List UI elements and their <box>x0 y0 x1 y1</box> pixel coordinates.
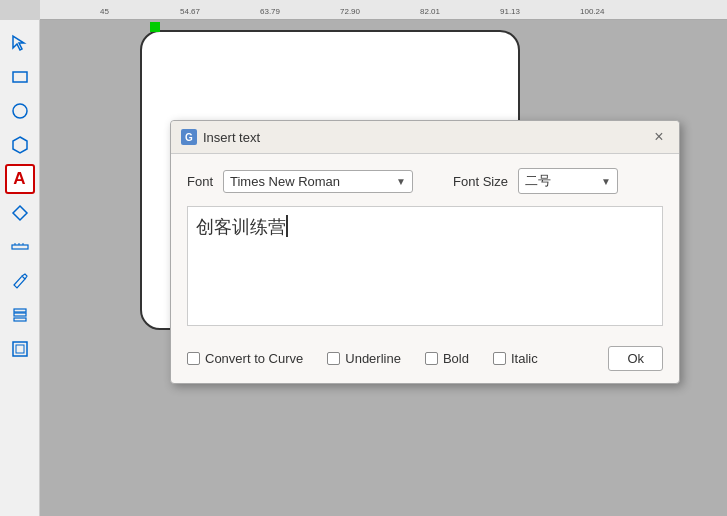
toolbar-left: A <box>0 20 40 516</box>
checkbox-convert-box[interactable] <box>187 352 200 365</box>
tool-rectangle[interactable] <box>5 62 35 92</box>
checkbox-italic-label: Italic <box>511 351 538 366</box>
tool-text[interactable]: A <box>5 164 35 194</box>
font-select-dropdown[interactable]: Times New Roman ▼ <box>223 170 413 193</box>
font-select-arrow: ▼ <box>396 176 406 187</box>
tool-diamond[interactable] <box>5 198 35 228</box>
checkbox-italic[interactable]: Italic <box>493 351 538 366</box>
tool-circle[interactable] <box>5 96 35 126</box>
ok-button[interactable]: Ok <box>608 346 663 371</box>
font-value: Times New Roman <box>230 174 340 189</box>
insert-text-dialog: G Insert text × Font Times New Roman ▼ F… <box>170 120 680 384</box>
svg-rect-15 <box>13 72 27 82</box>
checkbox-convert-label: Convert to Curve <box>205 351 303 366</box>
svg-rect-19 <box>12 245 28 249</box>
tool-pencil[interactable] <box>5 266 35 296</box>
tool-hexagon[interactable] <box>5 130 35 160</box>
checkbox-bold[interactable]: Bold <box>425 351 469 366</box>
svg-marker-18 <box>13 206 27 220</box>
text-input-area[interactable]: 创客训练营 <box>187 206 663 326</box>
text-cursor <box>286 215 288 237</box>
svg-rect-23 <box>14 318 26 321</box>
svg-text:100.24: 100.24 <box>580 7 605 16</box>
svg-rect-26 <box>13 342 27 356</box>
font-size-label: Font Size <box>453 174 508 189</box>
dialog-body: Font Times New Roman ▼ Font Size 二号 ▼ 创客… <box>171 154 679 338</box>
dialog-titlebar: G Insert text × <box>171 121 679 154</box>
text-input-value: 创客训练营 <box>196 215 286 239</box>
checkbox-bold-label: Bold <box>443 351 469 366</box>
font-label: Font <box>187 174 213 189</box>
svg-text:91.13: 91.13 <box>500 7 521 16</box>
svg-rect-25 <box>14 309 26 312</box>
svg-rect-24 <box>14 313 26 316</box>
font-size-arrow: ▼ <box>601 176 611 187</box>
checkbox-italic-box[interactable] <box>493 352 506 365</box>
tool-layers[interactable] <box>5 300 35 330</box>
text-tool-icon: A <box>13 169 25 189</box>
checkbox-underline[interactable]: Underline <box>327 351 401 366</box>
svg-point-16 <box>13 104 27 118</box>
tool-arrow[interactable] <box>5 28 35 58</box>
svg-marker-17 <box>13 137 27 153</box>
dialog-app-icon: G <box>181 129 197 145</box>
anchor-handle[interactable] <box>150 22 160 32</box>
svg-rect-27 <box>16 345 24 353</box>
checkbox-convert-to-curve[interactable]: Convert to Curve <box>187 351 303 366</box>
svg-text:82.01: 82.01 <box>420 7 441 16</box>
svg-text:63.79: 63.79 <box>260 7 281 16</box>
font-size-value: 二号 <box>525 172 551 190</box>
dialog-footer: Convert to Curve Underline Bold Italic O… <box>171 338 679 383</box>
checkbox-underline-label: Underline <box>345 351 401 366</box>
dialog-title: Insert text <box>203 130 260 145</box>
tool-frame[interactable] <box>5 334 35 364</box>
checkbox-bold-box[interactable] <box>425 352 438 365</box>
ruler-top: 45 54.67 63.79 72.90 82.01 91.13 100.24 <box>40 0 727 20</box>
tool-measure[interactable] <box>5 232 35 262</box>
font-row: Font Times New Roman ▼ Font Size 二号 ▼ <box>187 168 663 194</box>
dialog-close-button[interactable]: × <box>649 127 669 147</box>
font-size-dropdown[interactable]: 二号 ▼ <box>518 168 618 194</box>
svg-text:72.90: 72.90 <box>340 7 361 16</box>
checkbox-underline-box[interactable] <box>327 352 340 365</box>
svg-text:54.67: 54.67 <box>180 7 201 16</box>
svg-text:45: 45 <box>100 7 109 16</box>
dialog-title-left: G Insert text <box>181 129 260 145</box>
